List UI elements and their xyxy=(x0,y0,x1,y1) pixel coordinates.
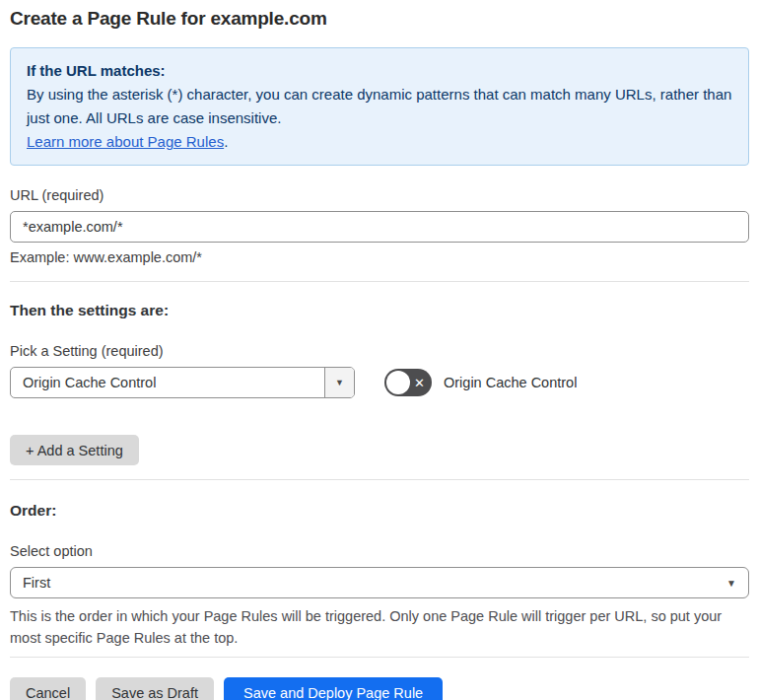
url-field-example: Example: www.example.com/* xyxy=(10,249,749,265)
order-select[interactable]: First ▼ xyxy=(10,567,749,598)
footer-buttons: Cancel Save as Draft Save and Deploy Pag… xyxy=(10,677,749,700)
toggle-knob xyxy=(386,371,410,394)
url-input[interactable] xyxy=(10,211,749,243)
toggle-off-x-icon: ✕ xyxy=(414,377,425,389)
setting-select-arrow-button[interactable]: ▼ xyxy=(324,368,354,397)
setting-select-value: Origin Cache Control xyxy=(11,368,324,397)
chevron-down-icon: ▼ xyxy=(726,578,736,589)
setting-toggle-label: Origin Cache Control xyxy=(444,375,577,390)
save-and-deploy-button[interactable]: Save and Deploy Page Rule xyxy=(224,677,443,700)
add-setting-button[interactable]: + Add a Setting xyxy=(10,435,139,465)
link-suffix: . xyxy=(224,133,228,150)
divider xyxy=(10,657,749,658)
learn-more-link[interactable]: Learn more about Page Rules xyxy=(27,133,224,150)
url-field-label: URL (required) xyxy=(10,187,749,203)
order-section-heading: Order: xyxy=(10,502,749,520)
add-setting-wrap: + Add a Setting xyxy=(10,435,749,465)
order-select-label: Select option xyxy=(10,543,749,559)
save-as-draft-button[interactable]: Save as Draft xyxy=(96,677,214,700)
divider xyxy=(10,281,749,282)
chevron-down-icon: ▼ xyxy=(335,378,344,387)
setting-select[interactable]: Origin Cache Control ▼ xyxy=(10,367,355,398)
setting-row: Origin Cache Control ▼ ✕ Origin Cache Co… xyxy=(10,367,749,398)
info-box-link-line: Learn more about Page Rules. xyxy=(27,130,732,154)
order-help-text: This is the order in which your Page Rul… xyxy=(10,605,744,649)
page-rule-form: Create a Page Rule for example.com If th… xyxy=(0,0,759,700)
setting-toggle[interactable]: ✕ xyxy=(384,369,432,396)
url-match-info-box: If the URL matches: By using the asteris… xyxy=(10,47,749,166)
order-select-value: First xyxy=(11,568,748,597)
info-box-heading: If the URL matches: xyxy=(27,59,732,83)
page-title: Create a Page Rule for example.com xyxy=(10,8,749,30)
info-box-body: By using the asterisk (*) character, you… xyxy=(27,83,732,130)
divider xyxy=(10,479,749,480)
settings-section-heading: Then the settings are: xyxy=(10,302,749,319)
cancel-button[interactable]: Cancel xyxy=(10,677,86,700)
setting-picker-label: Pick a Setting (required) xyxy=(10,343,749,359)
